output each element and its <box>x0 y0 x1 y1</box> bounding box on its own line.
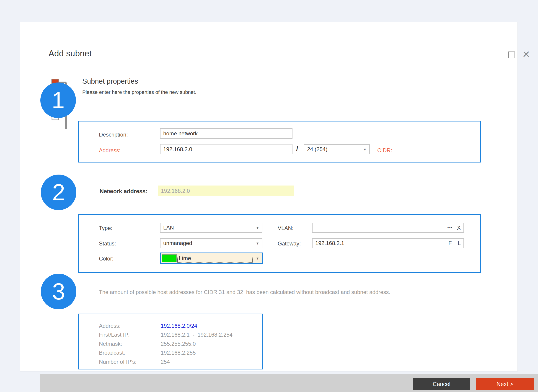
summary-address-label: Address: <box>99 323 161 329</box>
vlan-label: VLAN: <box>278 225 293 231</box>
status-select-value: unmanaged <box>163 240 256 246</box>
cancel-label: ancel <box>437 381 450 387</box>
summary-address-value: 192.168.2.0/24 <box>161 323 197 329</box>
screen: Add subnet ✕ Subnet properties Please en… <box>0 0 538 392</box>
summary-broadcast-value: 192.168.2.255 <box>161 350 196 356</box>
step-3-number: 3 <box>52 278 65 305</box>
step-1-number: 1 <box>52 87 65 114</box>
page-title: Subnet properties <box>82 77 138 85</box>
gateway-label: Gateway: <box>278 240 301 247</box>
step-1-badge: 1 <box>40 83 76 118</box>
summary-broadcast-label: Broadcast: <box>99 350 161 356</box>
type-label: Type: <box>99 225 112 231</box>
next-accesskey: N <box>496 381 501 387</box>
maximize-icon[interactable] <box>508 51 515 58</box>
gateway-input[interactable] <box>315 240 448 246</box>
network-address-value: 192.168.2.0 <box>158 186 294 196</box>
summary-ipcount-value: 254 <box>161 359 170 365</box>
page-subtitle: Please enter here the properties of the … <box>82 89 196 95</box>
summary-firstlast-value: 192.168.2.1 - 192.168.2.254 <box>161 331 233 338</box>
type-select-value: LAN <box>163 224 256 231</box>
gateway-field[interactable]: F L <box>312 238 464 248</box>
cidr-label: CIDR: <box>377 147 392 154</box>
summary-netmask-value: 255.255.255.0 <box>161 341 196 347</box>
next-label: ext > <box>501 381 513 387</box>
summary-row: Broadcast: 192.168.2.255 <box>99 349 233 358</box>
description-label: Description: <box>99 131 128 138</box>
ellipsis-icon[interactable]: ••• <box>447 225 453 230</box>
cidr-select-value: 24 (254) <box>307 146 363 153</box>
next-button[interactable]: Next > <box>476 378 534 390</box>
window-title: Add subnet <box>49 49 92 58</box>
cancel-accesskey: C <box>433 381 437 387</box>
close-icon[interactable]: ✕ <box>521 49 531 60</box>
type-select[interactable]: LAN ▼ <box>160 223 262 233</box>
last-ip-icon[interactable]: L <box>458 240 461 246</box>
color-swatch <box>162 254 177 262</box>
cidr-separator: / <box>296 145 298 153</box>
vlan-field[interactable]: ••• X <box>312 223 464 233</box>
clear-icon[interactable]: X <box>457 224 461 231</box>
summary-ipcount-label: Number of IP's: <box>99 359 161 365</box>
status-select[interactable]: unmanaged ▼ <box>160 238 262 248</box>
step-2-badge: 2 <box>41 175 76 210</box>
chevron-down-icon: ▼ <box>256 241 259 245</box>
summary-firstlast-label: First/Last IP: <box>99 331 161 338</box>
step-3-badge: 3 <box>41 274 76 309</box>
summary-row: Netmask: 255.255.255.0 <box>99 339 233 349</box>
vlan-input[interactable] <box>315 224 447 231</box>
cidr-note: The amount of possible host addresses fo… <box>99 289 390 295</box>
network-address-text: 192.168.2.0 <box>161 188 190 194</box>
address-field[interactable] <box>160 144 292 154</box>
subnet-summary: Address: 192.168.2.0/24 First/Last IP: 1… <box>99 321 233 366</box>
cancel-button[interactable]: Cancel <box>413 378 470 390</box>
chevron-down-icon: ▼ <box>363 147 367 151</box>
network-address-label: Network address: <box>100 188 148 195</box>
cidr-select[interactable]: 24 (254) ▼ <box>304 144 370 154</box>
section-1-box <box>78 121 481 163</box>
summary-row: First/Last IP: 192.168.2.1 - 192.168.2.2… <box>99 331 233 340</box>
color-label: Color: <box>99 256 113 262</box>
address-label: Address: <box>99 147 121 154</box>
color-select[interactable]: Lime ▼ <box>160 252 263 264</box>
description-input[interactable] <box>163 130 289 137</box>
summary-row: Address: 192.168.2.0/24 <box>99 321 233 331</box>
status-label: Status: <box>99 240 116 247</box>
summary-row: Number of IP's: 254 <box>99 357 233 366</box>
chevron-down-icon: ▼ <box>256 226 259 230</box>
add-subnet-dialog: Add subnet ✕ Subnet properties Please en… <box>20 22 518 372</box>
address-input[interactable] <box>163 146 289 153</box>
description-field[interactable] <box>160 128 292 139</box>
first-ip-icon[interactable]: F <box>448 240 452 246</box>
step-2-number: 2 <box>52 179 65 206</box>
chevron-down-icon: ▼ <box>253 257 262 260</box>
color-select-value: Lime <box>177 254 253 262</box>
summary-netmask-label: Netmask: <box>99 341 161 347</box>
